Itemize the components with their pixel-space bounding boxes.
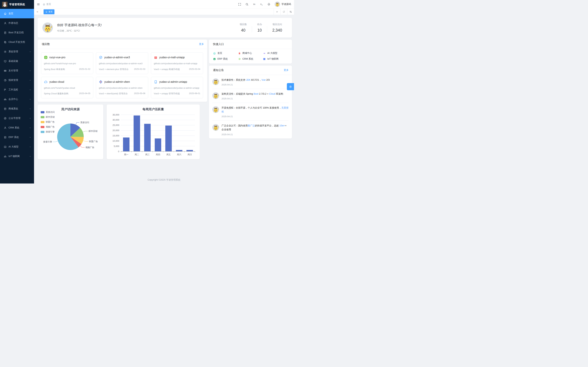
font-size-icon[interactable]: TT (253, 3, 256, 6)
stat-projects: 项目数 40 (234, 23, 252, 33)
bar-chart: 05,00010,00015,00020,00025,00030,00035,0… (107, 104, 200, 159)
legend-item-搜索引擎[interactable]: 搜索引擎 (41, 130, 55, 133)
project-card-yudao-ui-admin-vben[interactable]: yudao-ui-admin-vbengithub.com/yudaocode/… (96, 77, 148, 99)
stat-label: 项目访问 (272, 23, 282, 26)
sidebar-item-3[interactable]: Cloud 开发文档 (0, 37, 34, 47)
ai-icon: AI (4, 145, 7, 148)
project-logo-icon (44, 56, 48, 59)
notice-item-3[interactable]: 广泛企业认可：国内使用最广泛的快速开发平台，远超 10w++ 企业使用2025-… (212, 121, 289, 138)
sidebar-item-8[interactable]: 工作流程 (0, 85, 34, 94)
project-card-ruoyi-vue-pro[interactable]: ruoyi-vue-progithub.com/YunaiV/ruoyi-vue… (41, 52, 93, 74)
tabs-refresh-icon[interactable] (280, 9, 287, 15)
notice-item-0[interactable]: 技术兼容性：系统支持 JDK 8/17/21，Vue 2/32025-04-21 (212, 75, 289, 89)
sidebar-item-12[interactable]: CRM 系统 (0, 123, 34, 133)
legend-item-联盟广告[interactable]: 联盟广告 (41, 120, 55, 124)
shop-icon (4, 107, 7, 110)
shortcut-首页[interactable]: 首页 (213, 52, 238, 55)
notice-avatar (212, 124, 219, 131)
user-icon (4, 22, 7, 25)
home-icon (4, 12, 7, 15)
svg-text:0: 0 (118, 150, 119, 153)
left-column: 项目数 更多 ruoyi-vue-progithub.com/YunaiV/ru… (38, 40, 207, 159)
legend-item-直接访问[interactable]: 直接访问 (41, 111, 55, 114)
project-card-yudao-ui-admin-uniapp[interactable]: yudao-ui-admin-uniappgithub.com/yudaocod… (151, 77, 203, 99)
gear-icon (4, 50, 7, 53)
project-date: 2025-05-06 (134, 92, 146, 95)
shortcut-CRM 系统[interactable]: CRM 系统 (238, 58, 263, 60)
sidebar-item-15[interactable]: IoT 物联网 (0, 151, 34, 161)
notice-item-2[interactable]: 开源免授权：全部开源，个人与企业可 100% 直接使用，无需授权2025-04-… (212, 103, 289, 121)
sidebar-item-label: 基础设施 (9, 60, 18, 63)
shortcut-AI 大模型[interactable]: AIAI 大模型 (263, 52, 288, 55)
sidebar-item-6[interactable]: 支付管理 (0, 66, 34, 75)
docs-icon (4, 41, 7, 44)
project-card-yudao-ui-mall-uniapp[interactable]: yudao-ui-mall-uniappgithub.com/yudaocode… (151, 52, 203, 74)
compass-icon (4, 117, 7, 120)
stat-todos: 待办 10 (252, 23, 267, 33)
svg-text:邮件营销: 邮件营销 (89, 130, 97, 132)
notice-date: 2025-04-21 (222, 83, 270, 86)
sidebar-item-9[interactable]: 会员中心 (0, 94, 34, 104)
shortcut-label: 首页 (217, 52, 222, 55)
collapse-sidebar-icon[interactable] (37, 3, 40, 6)
page-content: 你好 芋道源码 祝你开心每一天! 今日晴，20℃ - 32℃! 项目数 40 待… (34, 15, 294, 184)
theme-settings-button[interactable] (287, 83, 294, 90)
greeting-avatar (42, 22, 53, 33)
sidebar-item-label: CRM 系统 (9, 126, 19, 129)
search-icon[interactable] (245, 3, 249, 6)
notices-list: 技术兼容性：系统支持 JDK 8/17/21，Vue 2/32025-04-21… (209, 75, 292, 138)
projects-more-link[interactable]: 更多 (199, 43, 204, 46)
pie-chart-card: 用户访问来源 直接访问邮件营销联盟广告视频广告搜索引擎 直接访问邮件营销联盟广告… (38, 104, 103, 159)
fullscreen-icon[interactable] (238, 3, 241, 6)
project-name: yudao-ui-admin-uniapp (159, 80, 187, 83)
sidebar-item-2[interactable]: Boot 开发文档 (0, 28, 34, 37)
sidebar-item-4[interactable]: 系统管理 (0, 47, 34, 56)
chevron-down-icon (29, 51, 31, 53)
sidebar-item-11[interactable]: 公众号管理 (0, 114, 34, 123)
breadcrumb[interactable]: 首页 (43, 3, 51, 6)
notices-more-link[interactable]: 更多 (284, 69, 289, 72)
greeting-weather: 今日晴，20℃ - 32℃! (57, 29, 102, 33)
app-root: 芋道管理系统 首页作者动态Boot 开发文档Cloud 开发文档系统管理基础设施… (0, 0, 294, 184)
stat-value: 10 (257, 28, 262, 33)
project-card-yudao-ui-admin-vue3[interactable]: yudao-ui-admin-vue3github.com/yudaocode/… (96, 52, 148, 74)
legend-item-邮件营销[interactable]: 邮件营销 (41, 116, 55, 119)
user-menu[interactable]: 芋道源码 (275, 1, 291, 7)
tab-home[interactable]: 首页 (43, 9, 54, 14)
projects-grid: ruoyi-vue-progithub.com/YunaiV/ruoyi-vue… (38, 49, 207, 102)
bell-icon[interactable] (267, 3, 270, 6)
tabs-layout-icon[interactable] (287, 9, 294, 15)
sidebar-item-13[interactable]: ERP 系统 (0, 133, 34, 142)
project-logo-icon (99, 80, 103, 84)
sidebar-item-0[interactable]: 首页 (0, 9, 34, 18)
project-card-yudao-cloud[interactable]: yudao-cloudgithub.com/YunaiV/yudao-cloud… (41, 77, 93, 99)
shortcut-label: ERP 系统 (217, 58, 228, 60)
language-icon[interactable]: 文A (260, 3, 263, 6)
tabs-scroll-right-icon[interactable] (274, 9, 280, 15)
tabs-scroll-left-icon[interactable] (34, 9, 41, 15)
greeting-card: 你好 芋道源码 祝你开心每一天! 今日晴，20℃ - 32℃! 项目数 40 待… (38, 18, 292, 38)
shortcut-ERP 系统[interactable]: EERP 系统 (213, 58, 238, 60)
svg-text:10,000: 10,000 (112, 140, 119, 142)
sidebar-item-1[interactable]: 作者动态 (0, 18, 34, 28)
home-icon (45, 11, 47, 13)
app-logo[interactable]: 芋道管理系统 (0, 0, 34, 9)
shortcut-label: 商城中心 (242, 52, 252, 55)
sidebar-item-label: 系统管理 (9, 50, 18, 53)
shortcut-商城中心[interactable]: 商城中心 (238, 52, 263, 55)
legend-item-视频广告[interactable]: 视频广告 (41, 125, 55, 128)
greeting-stats: 项目数 40 待办 10 项目访问 2,340 (234, 23, 287, 33)
svg-text:周日: 周日 (188, 153, 192, 156)
shortcut-IoT 物联网[interactable]: IoT 物联网 (263, 58, 288, 60)
sidebar-item-10[interactable]: 商城系统 (0, 104, 34, 114)
chevron-down-icon (29, 108, 31, 110)
svg-text:30,000: 30,000 (112, 119, 119, 121)
legend-swatch (41, 121, 44, 123)
bar-chart-card: 每周用户活跃量 05,00010,00015,00020,00025,00030… (107, 104, 200, 159)
sidebar-item-7[interactable]: 报表管理 (0, 75, 34, 85)
notice-avatar (212, 92, 219, 99)
sidebar-item-5[interactable]: 基础设施 (0, 56, 34, 66)
notice-item-1[interactable]: 架构灵活性：后端提供 Spring Boot 2.7/3.2 + Cloud 双… (212, 89, 289, 103)
project-date: 2025-03-04 (189, 68, 200, 71)
sidebar-item-14[interactable]: AIAI 大模型 (0, 142, 34, 151)
